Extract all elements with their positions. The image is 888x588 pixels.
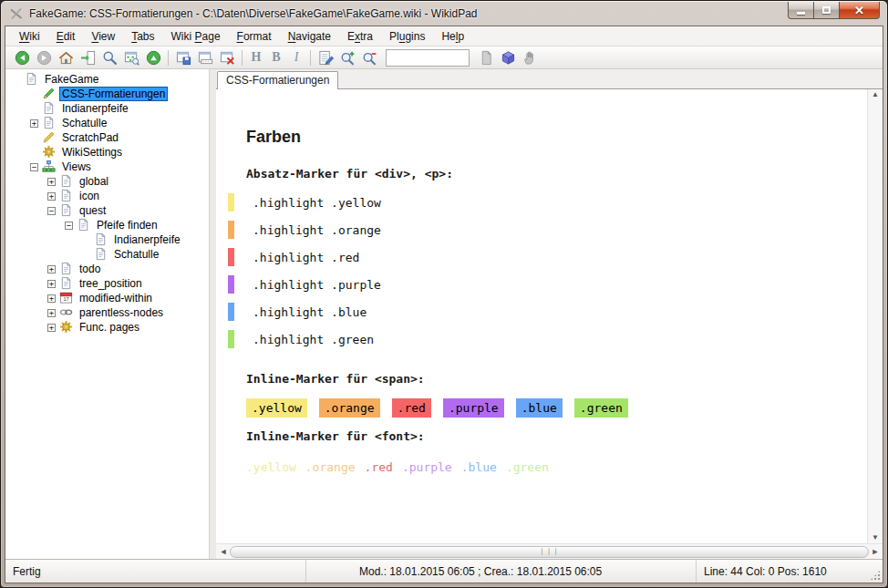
- eval-script-button[interactable]: [315, 47, 336, 67]
- bold-button[interactable]: B: [266, 47, 286, 67]
- horizontal-scrollbar[interactable]: ◄ ►: [216, 543, 883, 559]
- vertical-scrollbar[interactable]: ▲ ▼: [867, 89, 883, 543]
- expand-icon[interactable]: +: [47, 192, 56, 201]
- menu-plugins[interactable]: Plugins: [381, 27, 433, 46]
- forward-button[interactable]: [33, 47, 55, 67]
- search-wiki-button[interactable]: [98, 47, 120, 67]
- tree-item[interactable]: −Views: [5, 160, 209, 174]
- zoom-in-button[interactable]: [336, 47, 358, 67]
- tree-item[interactable]: Schatulle: [5, 247, 209, 262]
- tree-item[interactable]: FakeGame: [5, 72, 209, 87]
- tree-item-label[interactable]: CSS-Formatierungen: [60, 88, 167, 100]
- tree-item[interactable]: +parentless-nodes: [5, 305, 209, 320]
- go-to-page-button[interactable]: [77, 47, 98, 67]
- tree-item[interactable]: −Pfeife finden: [5, 218, 209, 232]
- tree-item[interactable]: WikiSettings: [5, 145, 209, 160]
- expand-icon[interactable]: +: [47, 309, 56, 317]
- rename-page-button[interactable]: [194, 47, 216, 67]
- expand-icon[interactable]: +: [47, 178, 56, 186]
- tree-item[interactable]: +todo: [5, 262, 209, 276]
- menu-view[interactable]: View: [83, 27, 123, 46]
- menu-wiki-page[interactable]: Wiki Page: [163, 27, 229, 46]
- title-bar[interactable]: FakeGame: CSS-Formatierungen - C:\Daten\…: [1, 1, 887, 26]
- tree-item-label[interactable]: Indianerpfeife: [112, 233, 182, 246]
- scroll-down-icon[interactable]: ▼: [872, 534, 879, 542]
- collapse-icon[interactable]: −: [47, 207, 56, 215]
- tree-item-label[interactable]: modified-within: [77, 292, 154, 304]
- window-delete-icon: [220, 50, 235, 66]
- minimize-button[interactable]: [788, 2, 814, 19]
- expand-icon[interactable]: +: [47, 280, 56, 288]
- tree-item[interactable]: +Func. pages: [5, 320, 209, 335]
- tree-item[interactable]: +icon: [5, 189, 209, 203]
- tree-item-label[interactable]: ScratchPad: [60, 131, 120, 144]
- tree-item[interactable]: Indianerpfeife: [5, 101, 209, 116]
- tree-item-label[interactable]: global: [77, 175, 110, 188]
- tab-css-formatierungen[interactable]: CSS-Formatierungen: [217, 71, 338, 89]
- highlight-row: .highlight .purple: [228, 275, 867, 294]
- back-button[interactable]: [11, 47, 33, 67]
- expand-icon[interactable]: +: [47, 265, 56, 273]
- tree-item[interactable]: +global: [5, 174, 209, 189]
- collapse-icon[interactable]: −: [65, 222, 73, 230]
- tree-item-label[interactable]: icon: [77, 190, 101, 202]
- save-page-button[interactable]: [172, 47, 194, 67]
- search-tree-button[interactable]: [120, 47, 142, 67]
- collapse-icon[interactable]: −: [30, 163, 38, 171]
- tree-item-label[interactable]: WikiSettings: [60, 146, 124, 159]
- menu-format[interactable]: Format: [229, 27, 280, 46]
- tree-item[interactable]: Indianerpfeife: [5, 232, 209, 247]
- resize-grip[interactable]: [870, 570, 881, 581]
- expand-icon[interactable]: +: [47, 294, 56, 303]
- tree-item-label[interactable]: Schatulle: [112, 248, 160, 261]
- toolbar-separator: [242, 50, 243, 66]
- tree-item[interactable]: +Schatulle: [5, 116, 209, 130]
- tree-item[interactable]: +17modified-within: [5, 291, 209, 305]
- editor[interactable]: Farben Absatz-Marker für <div>, <p>: .hi…: [216, 89, 867, 543]
- window-tree-icon: [124, 50, 139, 66]
- font-color-item: .blue: [461, 460, 497, 474]
- plugin-hand-button[interactable]: [519, 47, 541, 67]
- menu-edit[interactable]: Edit: [48, 27, 84, 46]
- scroll-left-icon[interactable]: ◄: [219, 547, 228, 556]
- menu-wiki[interactable]: Wiki: [11, 27, 48, 46]
- maximize-button[interactable]: [813, 2, 840, 19]
- span-badge: .yellow: [246, 398, 307, 418]
- scroll-right-icon[interactable]: ►: [871, 547, 880, 556]
- close-button[interactable]: ✕: [839, 2, 880, 19]
- tree-item[interactable]: CSS-Formatierungen: [5, 87, 209, 101]
- tree-item-label[interactable]: Views: [60, 160, 93, 173]
- tree-item-label[interactable]: parentless-nodes: [77, 306, 165, 319]
- tree-item[interactable]: ScratchPad: [5, 130, 209, 145]
- tree-item-label[interactable]: todo: [77, 263, 102, 275]
- menu-navigate[interactable]: Navigate: [280, 27, 339, 46]
- tree-item[interactable]: +tree_position: [5, 276, 209, 291]
- gear-icon: [42, 145, 57, 160]
- tree-item-label[interactable]: Schatulle: [60, 117, 108, 129]
- go-parent-button[interactable]: [142, 47, 164, 67]
- quick-search-input[interactable]: [386, 49, 470, 67]
- horizontal-scroll-thumb[interactable]: [230, 546, 869, 558]
- home-button[interactable]: [55, 47, 77, 67]
- zoom-out-button[interactable]: [358, 47, 380, 67]
- heading-button[interactable]: H: [246, 47, 266, 67]
- tree-item-label[interactable]: FakeGame: [43, 73, 100, 86]
- tree-item-label[interactable]: Func. pages: [77, 321, 141, 334]
- splitter-handle[interactable]: [210, 69, 216, 559]
- menu-extra[interactable]: Extra: [339, 27, 381, 46]
- tree-item[interactable]: −quest: [5, 203, 209, 218]
- dictionary-button[interactable]: [497, 47, 519, 67]
- tree-item-label[interactable]: tree_position: [77, 277, 144, 290]
- tree-item-label[interactable]: Indianerpfeife: [60, 102, 130, 115]
- delete-page-button[interactable]: [216, 47, 238, 67]
- tree-item-label[interactable]: quest: [77, 204, 108, 217]
- menu-help[interactable]: Help: [433, 27, 472, 46]
- page-preview-button[interactable]: [475, 47, 497, 67]
- expand-icon[interactable]: +: [30, 119, 38, 128]
- page-tree[interactable]: FakeGameCSS-FormatierungenIndianerpfeife…: [5, 69, 210, 559]
- menu-tabs[interactable]: Tabs: [123, 27, 162, 46]
- expand-icon[interactable]: +: [47, 324, 56, 332]
- italic-button[interactable]: I: [286, 47, 306, 67]
- tree-item-label[interactable]: Pfeife finden: [95, 219, 160, 232]
- scroll-up-icon[interactable]: ▲: [872, 91, 879, 98]
